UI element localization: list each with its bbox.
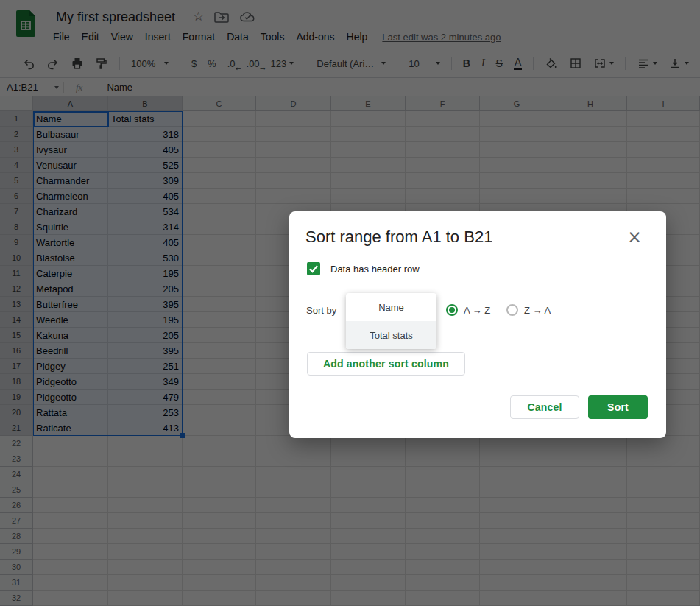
- radio-descending[interactable]: [506, 304, 518, 316]
- close-icon[interactable]: ×: [624, 227, 645, 247]
- radio-descending-label: Z → A: [524, 305, 551, 316]
- header-row-checkbox[interactable]: [307, 262, 320, 275]
- dropdown-option-name[interactable]: Name: [346, 293, 436, 321]
- radio-ascending-label: A → Z: [464, 305, 490, 316]
- dialog-title: Sort range from A1 to B21: [305, 228, 492, 247]
- sort-button[interactable]: Sort: [588, 395, 648, 419]
- add-sort-column-button[interactable]: Add another sort column: [307, 352, 465, 376]
- sort-range-dialog: Sort range from A1 to B21 × Data has hea…: [289, 211, 666, 438]
- sort-column-dropdown: Name Total stats: [346, 293, 436, 349]
- header-row-checkbox-label: Data has header row: [330, 264, 420, 275]
- sort-by-label: Sort by: [306, 305, 336, 316]
- cancel-button[interactable]: Cancel: [510, 395, 579, 419]
- dropdown-option-total-stats[interactable]: Total stats: [346, 321, 436, 349]
- radio-ascending[interactable]: [446, 304, 458, 316]
